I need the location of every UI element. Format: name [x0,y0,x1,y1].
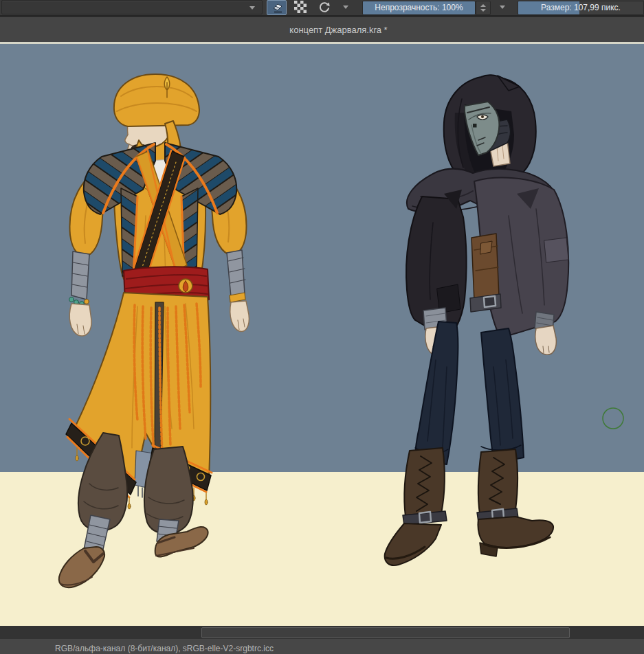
preserve-alpha-button[interactable] [292,0,309,14]
opacity-slider[interactable]: Непрозрачность: 100% [362,1,476,15]
size-slider[interactable]: Размер: 107,99 пикс. [518,1,644,15]
opacity-slider-label: Непрозрачность: 100% [363,3,475,12]
chevron-down-icon [249,6,255,10]
canvas[interactable] [0,44,644,626]
chevron-down-icon [343,5,348,9]
reload-dropdown-button[interactable] [340,0,352,14]
spin-down-icon [480,9,486,12]
reload-preset-button[interactable] [315,0,334,14]
eraser-mode-button[interactable] [267,0,287,15]
document-tabbar: концепт Джарваля.kra * [0,16,644,43]
spin-up-icon [480,4,486,7]
brush-preset-selector[interactable] [1,0,263,14]
reload-icon [318,0,331,14]
canvas-artwork [0,44,644,626]
horizontal-scrollbar-handle[interactable] [201,627,570,638]
brush-options-toolbar: Непрозрачность: 100% Размер: 107,99 пикс… [0,0,644,16]
krita-window: { "window": { "document_tab": "концепт Д… [0,0,644,654]
eraser-icon [271,2,283,13]
document-tab[interactable]: концепт Джарваля.kra * [256,25,387,35]
color-profile-label: RGB/альфа-канал (8-бит/канал), sRGB-elle… [55,644,274,653]
statusbar: RGB/альфа-канал (8-бит/канал), sRGB-elle… [0,639,644,654]
chevron-down-icon [500,5,505,9]
opacity-spinner[interactable] [476,1,491,15]
assassin-vest-and-belt [470,234,501,312]
size-slider-label: Размер: 107,99 пикс. [518,3,643,12]
horizontal-scrollbar[interactable] [0,626,644,639]
opacity-dropdown-button[interactable] [496,0,509,14]
alpha-checker-icon [294,1,307,13]
